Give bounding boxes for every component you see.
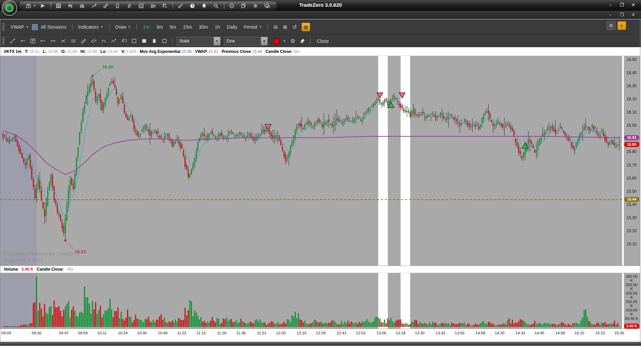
status-field: Hi: 15.86: [80, 49, 97, 54]
timeframe-30m[interactable]: 30m: [199, 24, 208, 30]
main-titlebar: TradeZero 3.0.620 ▼ – ❐ ✕: [0, 0, 641, 11]
volume-tick-label: 150.00 K: [624, 300, 639, 308]
price-tick-label: 15.50: [624, 189, 639, 194]
chart-icon[interactable]: [65, 2, 76, 9]
timeframe-15m[interactable]: 15m: [183, 24, 192, 30]
line-color-swatch[interactable]: [273, 38, 280, 44]
close-button[interactable]: ✕: [630, 2, 636, 7]
time-tick-label: 11:13: [196, 331, 206, 335]
zoom-in-button[interactable]: ⊕: [283, 24, 287, 31]
chart-toolbar: VWAP ▼ ✓ All Sessions Indicators ▼ Draw …: [0, 19, 641, 34]
status-field: V: 3,400: [121, 49, 137, 54]
rect-filled-tool[interactable]: [139, 37, 149, 46]
chart-minimize-button[interactable]: –: [607, 12, 613, 17]
time-tick-label: 14:08: [475, 331, 485, 335]
status-field: O: 15.84: [61, 49, 77, 54]
time-tick-label: 13:43: [436, 331, 445, 335]
volume-chart[interactable]: [0, 273, 622, 329]
maximize-button[interactable]: ❐: [619, 2, 625, 7]
time-axis[interactable]: 09:0909:3009:4709:5910:1110:2410:3610:49…: [0, 329, 640, 338]
trend-icon[interactable]: [89, 2, 99, 9]
fibonacci-tool[interactable]: [119, 37, 129, 46]
time-tick-label: 12:28: [316, 331, 326, 335]
settings-icon[interactable]: [251, 2, 261, 9]
clock-icon[interactable]: [187, 2, 198, 9]
portfolio-icon[interactable]: [23, 2, 33, 9]
draw-settings-button[interactable]: ⚙: [290, 38, 295, 44]
search-icon[interactable]: [211, 2, 221, 9]
rect-outline-tool[interactable]: [129, 37, 139, 46]
watchlist-icon[interactable]: [54, 2, 64, 9]
level2-icon[interactable]: [124, 2, 135, 9]
reset-zoom-button[interactable]: ↺: [292, 24, 297, 31]
volume-axis[interactable]: 300.00 K250.00 K200.00 K150.00 K100.00 K…: [624, 273, 640, 329]
volume-tick-label: 50.00 K: [624, 316, 639, 321]
time-tick-label: 11:01: [177, 331, 186, 335]
locate-icon[interactable]: [227, 2, 237, 9]
parallel-h-tool[interactable]: [68, 37, 78, 46]
volume-header: Volume 3.40 K Candle Close: 48s: [0, 266, 640, 273]
parallel-d1-tool[interactable]: [78, 37, 88, 46]
twopoints-tool[interactable]: [48, 37, 58, 46]
chart-close-button[interactable]: ✕: [630, 12, 636, 17]
parallel-d2-tool[interactable]: [88, 37, 98, 46]
toolbar-grip[interactable]: [2, 23, 5, 31]
orange-dropdown-button[interactable]: ▼: [617, 21, 626, 30]
chevron-down-icon: ▼: [261, 37, 267, 45]
all-sessions-label[interactable]: All Sessions: [41, 24, 66, 30]
key-icon[interactable]: [176, 2, 186, 9]
timeframe-Daily[interactable]: Daily: [227, 24, 237, 30]
panel-icon[interactable]: [136, 2, 146, 9]
vwap-dropdown[interactable]: VWAP ▼: [10, 24, 29, 30]
send-order-icon[interactable]: [38, 2, 48, 9]
texttool-tool[interactable]: [28, 37, 38, 46]
rrect-filled-tool[interactable]: [149, 37, 159, 46]
divider: [51, 3, 51, 9]
toolbar-grip[interactable]: [2, 37, 5, 46]
monitor-icon[interactable]: [262, 2, 272, 9]
time-tick-label: 15:10: [575, 331, 584, 335]
price-chart[interactable]: 16.4015.13ProCharts Powered by TradeZero…: [0, 56, 622, 266]
link-icon[interactable]: [101, 2, 111, 9]
volume-tick-label: 250.00 K: [624, 283, 639, 291]
angle-plus-tool[interactable]: [109, 37, 119, 46]
chart-settings-button[interactable]: ⚙: [607, 21, 615, 30]
chevron-down-icon[interactable]: ▼: [283, 39, 286, 43]
timeframe-1h[interactable]: 1h: [215, 24, 220, 30]
rrect-outline-tool[interactable]: [159, 37, 169, 46]
eraser-button[interactable]: [297, 37, 308, 46]
timeframe-1m[interactable]: 1m: [143, 24, 149, 30]
mobile-icon[interactable]: [113, 2, 123, 9]
angle-tool[interactable]: [98, 37, 109, 46]
windows-icon[interactable]: [239, 2, 249, 9]
market-view-icon[interactable]: [77, 2, 87, 9]
minimize-button[interactable]: –: [607, 2, 613, 7]
time-tick-label: 13:18: [396, 331, 406, 335]
chart-restore-button[interactable]: ❐: [619, 12, 625, 17]
orders-log-icon[interactable]: [148, 2, 158, 9]
line-style-select[interactable]: Solid ▼: [177, 37, 221, 46]
divider: [268, 24, 268, 30]
close-drawbar-button[interactable]: Close: [317, 38, 329, 44]
ray-tool[interactable]: [38, 37, 48, 46]
blocks-icon[interactable]: [160, 2, 170, 9]
time-tick-label: 12:03: [276, 331, 286, 335]
period-dropdown[interactable]: Period ▼: [244, 24, 262, 30]
trendline-tool[interactable]: [7, 37, 18, 46]
portfolio-caret[interactable]: ▼: [33, 4, 36, 7]
line-width-select[interactable]: One ▼: [224, 37, 268, 46]
all-sessions-checkbox[interactable]: ✓: [32, 24, 38, 30]
draw-dropdown[interactable]: Draw ▼: [115, 24, 131, 30]
price-tick-label: 15.80: [624, 149, 639, 154]
divider: [109, 24, 110, 30]
crossline-tool[interactable]: [58, 37, 68, 46]
zoom-out-button[interactable]: ⊖: [273, 24, 278, 31]
timeframe-3m[interactable]: 3m: [156, 24, 163, 30]
pointline-tool[interactable]: [18, 37, 28, 46]
drawing-toolbar: Solid ▼ One ▼ ▼ ⚙ Close: [0, 34, 641, 47]
indicators-dropdown[interactable]: Indicators ▼: [78, 24, 104, 30]
alerts-icon[interactable]: [199, 2, 209, 9]
timeframe-5m[interactable]: 5m: [170, 24, 176, 30]
price-axis[interactable]: 16.5016.4016.3016.2016.1016.0015.8015.70…: [624, 56, 640, 266]
crosshair-button[interactable]: ◎: [301, 23, 310, 31]
